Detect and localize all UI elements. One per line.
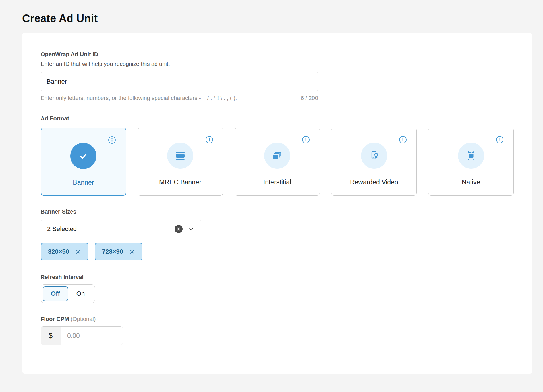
format-label: Banner [73,179,94,186]
chevron-down-icon[interactable] [188,226,195,232]
ad-unit-id-label: OpenWrap Ad Unit ID [41,51,514,58]
refresh-interval-section: Refresh Interval Off On [41,274,514,303]
floor-cpm-label-text: Floor CPM [41,316,69,322]
create-ad-unit-screen: Create Ad Unit OpenWrap Ad Unit ID Enter… [0,0,543,392]
refresh-interval-toggle: Off On [41,284,95,303]
info-icon[interactable] [302,136,310,144]
rewarded-video-icon [361,143,387,169]
refresh-interval-label: Refresh Interval [41,274,514,280]
floor-cpm-input[interactable] [61,327,123,345]
ad-unit-id-char-counter: 6 / 200 [301,95,318,101]
checkmark-icon [70,143,96,169]
info-icon[interactable] [205,136,213,144]
format-label: Rewarded Video [350,178,398,186]
mrec-banner-icon [167,143,193,169]
format-card-mrec-banner[interactable]: MREC Banner [138,128,223,196]
ad-format-label: Ad Format [41,115,514,122]
info-icon[interactable] [399,136,407,144]
chip-label: 728×90 [102,248,123,255]
size-chip: 320×50 [41,243,88,260]
form-card: OpenWrap Ad Unit ID Enter an ID that wil… [22,33,532,374]
native-icon [458,143,484,169]
ad-unit-id-input[interactable] [41,72,318,91]
banner-sizes-label: Banner Sizes [41,208,514,215]
selected-sizes-chip-row: 320×50 728×90 [41,243,514,260]
ad-unit-id-hint-row: Enter only letters, numbers, or the foll… [41,95,318,101]
size-chip: 728×90 [95,243,142,260]
x-icon[interactable] [129,249,135,255]
floor-cpm-optional-tag: (Optional) [71,316,96,322]
currency-symbol: $ [41,327,61,345]
format-card-banner[interactable]: Banner [41,128,126,196]
format-label: Interstitial [263,178,291,186]
page-title: Create Ad Unit [0,0,543,25]
ad-unit-id-help: Enter an ID that will help you recognize… [41,61,514,67]
refresh-off-button[interactable]: Off [43,286,68,301]
x-icon[interactable] [75,249,81,255]
refresh-on-button[interactable]: On [68,286,93,301]
format-label: Native [462,178,480,186]
format-card-native[interactable]: Native [428,128,514,196]
ad-format-options: Banner [41,128,514,196]
format-card-interstitial[interactable]: Interstitial [235,128,320,196]
interstitial-icon [264,143,290,169]
info-icon[interactable] [496,136,504,144]
ad-unit-id-hint: Enter only letters, numbers, or the foll… [41,95,237,101]
ad-unit-id-section: OpenWrap Ad Unit ID Enter an ID that wil… [41,51,514,101]
ad-format-section: Ad Format [41,115,514,196]
floor-cpm-label: Floor CPM (Optional) [41,316,514,322]
chip-label: 320×50 [48,248,69,255]
floor-cpm-input-group: $ [41,326,123,345]
banner-sizes-section: Banner Sizes 2 Selected 320×50 [41,208,514,260]
format-card-rewarded-video[interactable]: Rewarded Video [331,128,417,196]
banner-sizes-selected-value: 2 Selected [47,225,174,233]
banner-sizes-select[interactable]: 2 Selected [41,220,201,238]
floor-cpm-section: Floor CPM (Optional) $ [41,316,514,345]
format-label: MREC Banner [159,178,201,186]
info-icon[interactable] [108,136,116,144]
clear-circle-icon[interactable] [174,225,183,233]
